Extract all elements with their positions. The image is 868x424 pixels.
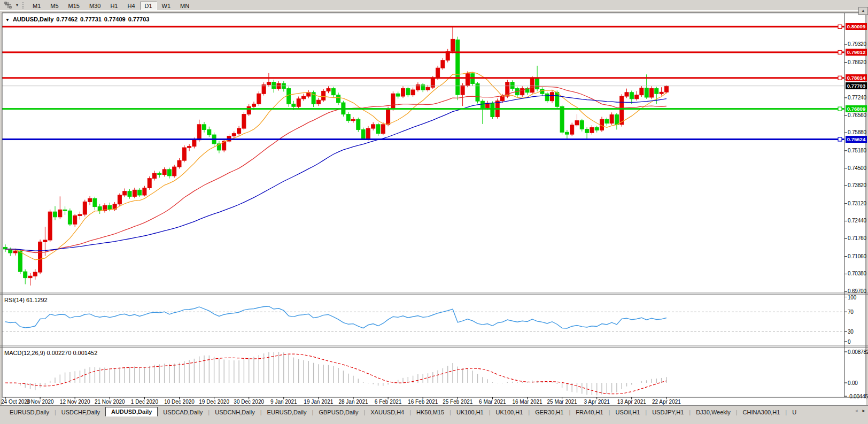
level-line-0.80009[interactable] (2, 26, 844, 27)
tab-fra40-h1[interactable]: FRA40,H1 (570, 408, 608, 417)
chart-symbol: AUDUSD,Daily (13, 16, 53, 22)
tab-ger30-h1[interactable]: GER30,H1 (530, 408, 569, 417)
timeframe-button-mn[interactable]: MN (175, 2, 194, 10)
tab-eurusd-daily[interactable]: EURUSD,Daily (4, 408, 55, 417)
tab-china300-h1[interactable]: CHINA300,H1 (738, 408, 786, 417)
chart-collapse-icon[interactable]: ▼ (5, 18, 10, 22)
chart-canvas[interactable] (0, 12, 868, 405)
tab-usdcnh-daily[interactable]: USDCNH,Daily (210, 408, 260, 417)
chart-title: ▼AUDUSD,Daily0.774620.777310.774090.7770… (5, 16, 152, 22)
cursor-tool-button[interactable] (2, 1, 14, 10)
tab-audusd-daily[interactable]: AUDUSD,Daily (105, 407, 158, 417)
timeframe-button-m15[interactable]: M15 (64, 2, 84, 10)
tab-scroll-controls: ◄ ► (854, 408, 866, 413)
level-line-0.76809[interactable] (2, 108, 844, 110)
macd-label: MACD(12,26,9) 0.002270 0.001452 (4, 350, 97, 356)
tab-usoil-h1[interactable]: USOil,H1 (610, 408, 645, 417)
tab-xauusd-h4[interactable]: XAUUSD,H4 (365, 408, 409, 417)
tab-u[interactable]: U (787, 408, 802, 417)
crosshair-icon (4, 2, 12, 9)
toolbar: ▾ M1M5M15M30H1H4D1W1MN (0, 0, 868, 11)
chart-window: ▼AUDUSD,Daily0.774620.777310.774090.7770… (0, 12, 868, 405)
tab-usdcad-daily[interactable]: USDCAD,Daily (158, 408, 208, 417)
timeframe-button-m5[interactable]: M5 (45, 2, 63, 10)
chart-tabs: EURUSD,Daily|USDCHF,DailyAUDUSD,DailyUSD… (0, 406, 868, 418)
timeframe-button-w1[interactable]: W1 (157, 2, 176, 10)
rsi-label: RSI(14) 61.1292 (4, 297, 48, 303)
tab-eurusd-daily[interactable]: EURUSD,Daily (262, 408, 312, 417)
tab-usdjpy-h1[interactable]: USDJPY,H1 (647, 408, 689, 417)
toolbar-grip (22, 2, 24, 9)
timeframe-button-d1[interactable]: D1 (140, 2, 157, 10)
tabs-scroll-left-button[interactable]: ◄ (854, 408, 858, 413)
chart-high-value: 0.77731 (80, 16, 102, 22)
tool-dropdown-icon[interactable]: ▾ (14, 1, 20, 10)
timeframe-button-m30[interactable]: M30 (84, 2, 105, 10)
timeframe-button-m1[interactable]: M1 (28, 2, 45, 10)
tab-uk100-h1[interactable]: UK100,H1 (451, 408, 489, 417)
timeframe-button-h1[interactable]: H1 (105, 2, 122, 10)
tabs-scroll-right-button[interactable]: ► (862, 408, 866, 413)
tab-hk50-m15[interactable]: HK50,M15 (411, 408, 449, 417)
timeframe-button-h4[interactable]: H4 (122, 2, 140, 10)
level-line-0.79012[interactable] (2, 51, 844, 53)
tab-gbpusd-daily[interactable]: GBPUSD,Daily (313, 408, 363, 417)
tab-usdchf-daily[interactable]: USDCHF,Daily (56, 408, 105, 417)
chart-scroll-up-button[interactable]: ▲ (858, 7, 868, 15)
chart-open-value: 0.77462 (56, 16, 78, 22)
tab-dj30-weekly[interactable]: DJ30,Weekly (691, 408, 736, 417)
timeframe-button-group: M1M5M15M30H1H4D1W1MN (28, 1, 194, 10)
chart-tab-bar: EURUSD,Daily|USDCHF,DailyAUDUSD,DailyUSD… (0, 405, 868, 424)
level-line-0.78014[interactable] (2, 77, 844, 79)
tab-uk100-h1[interactable]: UK100,H1 (491, 408, 529, 417)
chart-low-value: 0.77409 (104, 16, 126, 22)
level-line-0.75624[interactable] (2, 138, 844, 140)
chart-close-value: 0.77703 (128, 16, 150, 22)
